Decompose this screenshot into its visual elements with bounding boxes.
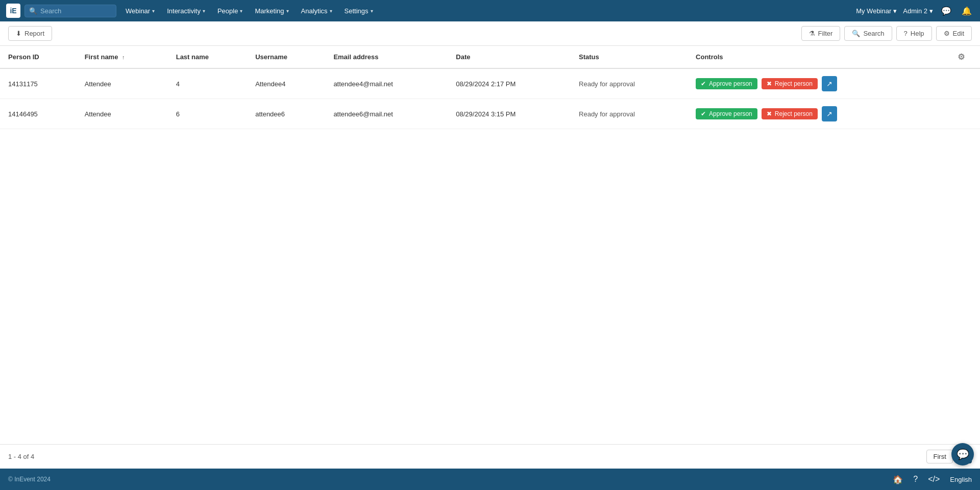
cell-controls: ✔ Approve person ✖ Reject person ↗ [688,99,942,129]
table-container: Person ID First name ↑ Last name Usernam… [0,46,980,444]
user-x-icon: ✖ [767,80,772,87]
table-row: 14131175 Attendee 4 Attendee4 attendee4@… [0,68,980,99]
col-status: Status [571,46,688,68]
filter-icon: ⚗ [809,30,815,37]
nav-item-interactivity[interactable]: Interactivity ▾ [162,4,210,18]
user-x-icon: ✖ [767,110,772,117]
toolbar: ⬇ Report ⚗ Filter 🔍 Search ? Help ⚙ Edit [0,21,980,46]
col-email: Email address [325,46,448,68]
col-controls: Controls [688,46,942,68]
chevron-down-icon: ▾ [240,8,242,14]
external-link-icon: ↗ [826,110,832,118]
nav-right: My Webinar ▾ Admin 2 ▾ 💬 🔔 [856,4,974,18]
chevron-down-icon: ▾ [371,8,373,14]
cell-date: 08/29/2024 3:15 PM [448,99,571,129]
cell-person-id: 14131175 [0,68,77,99]
search-button[interactable]: 🔍 Search [844,26,892,41]
my-webinar-selector[interactable]: My Webinar ▾ [856,7,897,15]
people-table: Person ID First name ↑ Last name Usernam… [0,46,980,129]
cell-first-name: Attendee [77,68,168,99]
pagination-bar: 1 - 4 of 4 First 1 [0,444,980,469]
check-icon: ✔ [701,110,706,117]
chevron-down-icon: ▾ [330,8,332,14]
nav-item-analytics[interactable]: Analytics ▾ [296,4,337,18]
table-header-row: Person ID First name ↑ Last name Usernam… [0,46,980,68]
logo-text: iE [10,7,16,15]
cell-date: 08/29/2024 2:17 PM [448,68,571,99]
cell-empty [942,99,980,129]
toolbar-left: ⬇ Report [8,26,52,41]
col-first-name[interactable]: First name ↑ [77,46,168,68]
cell-empty [942,68,980,99]
code-icon[interactable]: </> [928,475,940,484]
external-link-icon: ↗ [826,80,832,88]
nav-item-webinar[interactable]: Webinar ▾ [120,4,160,18]
col-person-id: Person ID [0,46,77,68]
chevron-down-icon: ▾ [893,7,897,15]
open-record-button[interactable]: ↗ [822,106,837,121]
cell-username: Attendee4 [247,68,325,99]
logo[interactable]: iE [6,4,20,18]
pagination-info: 1 - 4 of 4 [8,453,34,460]
nav-item-settings[interactable]: Settings ▾ [339,4,378,18]
edit-button[interactable]: ⚙ Edit [936,26,972,41]
cell-status: Ready for approval [571,99,688,129]
chevron-down-icon: ▾ [286,8,289,14]
chat-support-button[interactable]: 💬 [951,443,974,465]
col-username: Username [247,46,325,68]
gear-icon[interactable]: ⚙ [958,53,965,61]
top-navigation: iE 🔍 Webinar ▾ Interactivity ▾ People ▾ … [0,0,980,21]
reject-person-button[interactable]: ✖ Reject person [762,108,818,119]
chat-icon[interactable]: 💬 [939,4,953,18]
report-button[interactable]: ⬇ Report [8,26,52,41]
chat-icon: 💬 [957,448,969,460]
col-date: Date [448,46,571,68]
admin-selector[interactable]: Admin 2 ▾ [903,7,933,15]
chevron-down-icon: ▾ [152,8,155,14]
question-icon[interactable]: ? [913,475,918,484]
cell-last-name: 4 [168,68,248,99]
cell-username: attendee6 [247,99,325,129]
search-icon: 🔍 [29,7,37,15]
sort-icon: ↑ [122,54,125,60]
col-last-name: Last name [168,46,248,68]
cell-controls: ✔ Approve person ✖ Reject person ↗ [688,68,942,99]
nav-item-marketing[interactable]: Marketing ▾ [250,4,293,18]
help-icon: ? [904,30,908,37]
chevron-down-icon: ▾ [929,7,933,15]
bell-icon[interactable]: 🔔 [960,4,974,18]
nav-item-people[interactable]: People ▾ [212,4,248,18]
table-row: 14146495 Attendee 6 attendee6 attendee6@… [0,99,980,129]
bottom-footer: © InEvent 2024 🏠 ? </> English [0,469,980,490]
search-box[interactable]: 🔍 [24,5,116,17]
help-button[interactable]: ? Help [896,26,932,41]
chevron-down-icon: ▾ [203,8,205,14]
cell-person-id: 14146495 [0,99,77,129]
table-body: 14131175 Attendee 4 Attendee4 attendee4@… [0,68,980,129]
nav-menu: Webinar ▾ Interactivity ▾ People ▾ Marke… [120,4,852,18]
approve-person-button[interactable]: ✔ Approve person [696,108,757,119]
check-icon: ✔ [701,80,706,87]
search-input[interactable] [40,7,112,15]
reject-person-button[interactable]: ✖ Reject person [762,78,818,89]
language-selector[interactable]: English [950,476,972,483]
report-icon: ⬇ [16,30,21,37]
cell-first-name: Attendee [77,99,168,129]
home-icon[interactable]: 🏠 [893,475,903,484]
cell-email: attendee6@mail.net [325,99,448,129]
cell-last-name: 6 [168,99,248,129]
footer-icons: 🏠 ? </> English [893,475,972,484]
cell-status: Ready for approval [571,68,688,99]
toolbar-right: ⚗ Filter 🔍 Search ? Help ⚙ Edit [801,26,972,41]
filter-button[interactable]: ⚗ Filter [801,26,841,41]
first-page-button[interactable]: First [926,450,952,463]
cell-email: attendee4@mail.net [325,68,448,99]
edit-icon: ⚙ [944,30,950,37]
col-settings[interactable]: ⚙ [942,46,980,68]
copyright-text: © InEvent 2024 [8,476,51,483]
approve-person-button[interactable]: ✔ Approve person [696,78,757,89]
open-record-button[interactable]: ↗ [822,76,837,91]
search-icon: 🔍 [852,30,860,37]
